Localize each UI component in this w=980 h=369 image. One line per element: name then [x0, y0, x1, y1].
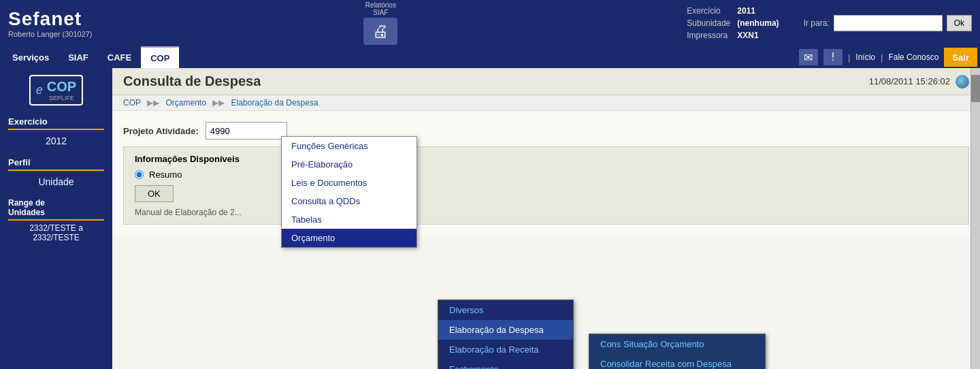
form-area: Projeto Atividade: Informações Disponíve… — [112, 111, 980, 236]
breadcrumb-elaboracao: Elaboração da Despesa — [231, 98, 318, 108]
main-area: e COP SEPLIFE Exercício 2012 Perfil Unid… — [0, 68, 980, 369]
projeto-row: Projeto Atividade: — [123, 122, 969, 140]
header: Sefanet Roberto Langer (301027) Relatóri… — [0, 0, 980, 46]
ir-para-button[interactable]: Ok — [947, 15, 972, 31]
reports-label: RelatóriosSIAF — [363, 1, 397, 16]
orcamento-submenu[interactable]: Diversos Elaboração da Despesa Elaboraçã… — [438, 300, 574, 369]
globe-icon — [956, 75, 969, 89]
cop-menu-leis[interactable]: Leis e Documentos — [282, 174, 416, 192]
breadcrumb-sep1: ▶▶ — [147, 98, 159, 108]
sidebar-exercicio-section: Exercício 2012 — [0, 112, 112, 153]
logo-area: Sefanet Roberto Langer (301027) — [8, 8, 93, 38]
nav-cop[interactable]: COP — [141, 46, 179, 68]
cop-dropdown-menu[interactable]: Funções Genéricas Pré-Elaboração Leis e … — [281, 136, 417, 248]
cop-sep-text: SEPLIFE — [47, 95, 76, 101]
cop-menu-funcoes[interactable]: Funções Genéricas — [282, 137, 416, 155]
sidebar-range-value: 2332/TESTE a2332/TESTE — [8, 223, 104, 242]
printer-icon[interactable]: 🖨 — [363, 18, 397, 45]
user-info: Roberto Langer (301027) — [8, 30, 93, 38]
sidebar-perfil-section: Perfil Unidade — [0, 153, 112, 194]
orc-menu-elaboracao-receita[interactable]: Elaboração da Receita — [438, 340, 573, 359]
content-area: Consulta de Despesa 11/08/2011 15:26:02 … — [112, 68, 980, 369]
sidebar-range-title: Range deUnidades — [8, 198, 104, 221]
exercicio-label: Exercício — [684, 5, 733, 16]
nav-cafe[interactable]: CAFE — [98, 46, 141, 68]
breadcrumb: COP ▶▶ Orçamento ▶▶ Elaboração da Despes… — [112, 95, 980, 111]
sidebar-exercicio-title: Exercício — [8, 116, 104, 130]
manual-text[interactable]: Manual de Elaboração de 2... — [135, 208, 958, 217]
mail-icon-btn[interactable]: ✉ — [799, 49, 818, 65]
content-header: Consulta de Despesa 11/08/2011 15:26:02 — [112, 68, 980, 95]
fech-menu-cons-situacao[interactable]: Cons Situação Orçamento — [589, 334, 765, 354]
scrollbar[interactable] — [970, 68, 980, 369]
navbar: Serviços SIAF CAFE COP ✉ ! | Início | Fa… — [0, 46, 980, 68]
orc-menu-diversos[interactable]: Diversos — [438, 300, 573, 320]
projeto-label: Projeto Atividade: — [123, 126, 199, 136]
nav-fale-conosco[interactable]: Fale Conosco — [888, 52, 938, 62]
cop-e-icon: e — [36, 83, 43, 97]
sidebar-exercicio-value: 2012 — [8, 133, 104, 149]
nav-siaf[interactable]: SIAF — [59, 46, 98, 68]
nav-sair-btn[interactable]: Sair — [944, 48, 977, 67]
resumo-radio[interactable] — [135, 170, 144, 179]
sidebar-perfil-value: Unidade — [8, 174, 104, 190]
resumo-row: Resumo — [135, 170, 958, 180]
cop-menu-consulta-qdds[interactable]: Consulta a QDDs — [282, 192, 416, 210]
cop-menu-orcamento[interactable]: Orçamento — [282, 229, 416, 247]
scrollbar-thumb[interactable] — [971, 75, 980, 102]
nav-sep2: | — [881, 52, 883, 63]
app-name: Sefanet — [8, 8, 93, 30]
fech-menu-consolidar[interactable]: Consolidar Receita com Despesa — [589, 354, 765, 369]
breadcrumb-sep2: ▶▶ — [212, 98, 225, 108]
breadcrumb-cop[interactable]: COP — [123, 98, 141, 108]
datetime: 11/08/2011 15:26:02 — [869, 76, 950, 86]
nav-servicos[interactable]: Serviços — [3, 46, 59, 68]
cop-menu-tabelas[interactable]: Tabelas — [282, 210, 416, 229]
reports-area: RelatóriosSIAF 🖨 — [363, 1, 397, 45]
info-title: Informações Disponíveis — [135, 154, 958, 164]
breadcrumb-orcamento[interactable]: Orçamento — [165, 98, 206, 108]
nav-right: ✉ ! | Início | Fale Conosco Sair — [799, 46, 977, 68]
subunidade-value: (nenhuma) — [734, 18, 781, 29]
page-title: Consulta de Despesa — [123, 74, 261, 89]
sidebar-logo: e COP SEPLIFE — [0, 75, 112, 106]
orc-menu-fechamento[interactable]: Fechamento — [438, 359, 573, 369]
nav-sep1: | — [848, 52, 850, 63]
system-info: Exercício 2011 Subunidade (nenhuma) Impr… — [683, 4, 783, 42]
projeto-input[interactable] — [206, 122, 287, 140]
goto-area: Ir para: Ok — [804, 15, 972, 31]
ir-para-label: Ir para: — [804, 18, 830, 28]
cop-logo-box: e COP SEPLIFE — [29, 75, 83, 106]
cop-menu-pre-elaboracao[interactable]: Pré-Elaboração — [282, 155, 416, 174]
header-right: 11/08/2011 15:26:02 — [869, 75, 969, 89]
ir-para-input[interactable] — [834, 15, 943, 31]
sidebar-range-section: Range deUnidades 2332/TESTE a2332/TESTE — [0, 194, 112, 246]
info-section: Informações Disponíveis Resumo OK Manual… — [123, 146, 969, 225]
fechamento-submenu[interactable]: Cons Situação Orçamento Consolidar Recei… — [589, 334, 766, 369]
impressora-value: XXN1 — [734, 30, 781, 41]
cop-logo-text: COP — [47, 79, 76, 95]
subunidade-label: Subunidade — [684, 18, 733, 29]
nav-items: Serviços SIAF CAFE COP — [3, 46, 799, 68]
nav-inicio[interactable]: Início — [855, 52, 875, 62]
ok-button[interactable]: OK — [135, 185, 174, 202]
exercicio-value: 2011 — [734, 5, 781, 16]
impressora-label: Impressora — [684, 30, 733, 41]
alert-icon-btn[interactable]: ! — [823, 49, 843, 65]
sidebar: e COP SEPLIFE Exercício 2012 Perfil Unid… — [0, 68, 112, 369]
resumo-label: Resumo — [149, 170, 182, 180]
sidebar-perfil-title: Perfil — [8, 157, 104, 171]
orc-menu-elaboracao-despesa[interactable]: Elaboração da Despesa — [438, 320, 573, 340]
